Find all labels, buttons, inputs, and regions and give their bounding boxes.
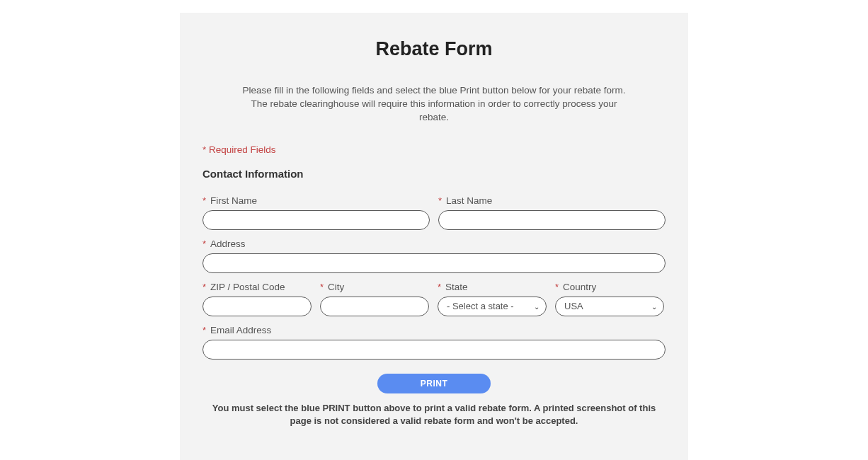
disclaimer-text: You must select the blue PRINT button ab… [207,402,661,427]
zip-field: * ZIP / Postal Code [202,282,312,316]
zip-input[interactable] [202,297,312,316]
country-field: * Country USA ⌄ [555,282,664,316]
address-label: Address [210,238,246,249]
city-label: City [328,282,344,292]
email-input[interactable] [202,340,666,360]
state-field: * State - Select a state - ⌄ [438,282,547,316]
required-star-icon: * [202,196,206,205]
section-heading: Contact Information [202,168,666,180]
address-field: * Address [202,238,666,273]
required-star-icon: * [555,282,559,292]
required-star-icon: * [438,282,441,292]
email-field: * Email Address [202,325,666,360]
email-label: Email Address [210,325,271,335]
rebate-form-panel: Rebate Form Please fill in the following… [180,13,688,460]
required-star-icon: * [320,282,324,292]
last-name-label: Last Name [446,195,492,206]
first-name-input[interactable] [202,210,430,230]
first-name-field: * First Name [202,195,430,230]
first-name-label: First Name [210,195,257,206]
state-select[interactable]: - Select a state - [438,297,547,316]
required-star-icon: * [202,282,206,292]
zip-label: ZIP / Postal Code [210,282,285,292]
required-star-icon: * [202,326,206,335]
print-button[interactable]: PRINT [377,374,491,393]
page-title: Rebate Form [202,38,666,60]
intro-text: Please fill in the following fields and … [236,84,632,125]
last-name-input[interactable] [438,210,666,230]
last-name-field: * Last Name [438,195,666,230]
required-star-icon: * [202,239,206,248]
state-label: State [445,282,468,292]
required-star-icon: * [438,196,442,205]
address-input[interactable] [202,253,666,273]
country-select[interactable]: USA [555,297,664,316]
required-fields-note: * Required Fields [202,144,666,155]
city-field: * City [320,282,429,316]
city-input[interactable] [320,297,429,316]
country-label: Country [563,282,596,292]
